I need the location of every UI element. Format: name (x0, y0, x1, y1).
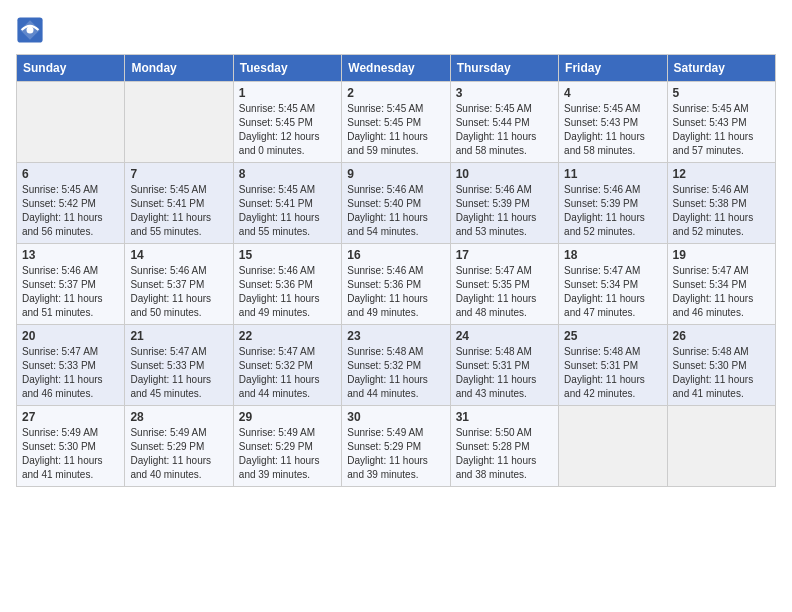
sunset-text: Sunset: 5:31 PM (564, 360, 638, 371)
day-number: 25 (564, 329, 661, 343)
day-number: 22 (239, 329, 336, 343)
calendar-cell: 22 Sunrise: 5:47 AM Sunset: 5:32 PM Dayl… (233, 325, 341, 406)
day-number: 10 (456, 167, 553, 181)
calendar-cell: 31 Sunrise: 5:50 AM Sunset: 5:28 PM Dayl… (450, 406, 558, 487)
sunset-text: Sunset: 5:30 PM (22, 441, 96, 452)
day-number: 30 (347, 410, 444, 424)
day-number: 31 (456, 410, 553, 424)
day-number: 16 (347, 248, 444, 262)
calendar-cell: 27 Sunrise: 5:49 AM Sunset: 5:30 PM Dayl… (17, 406, 125, 487)
daylight-text: Daylight: 11 hours and 49 minutes. (239, 293, 320, 318)
week-row: 20 Sunrise: 5:47 AM Sunset: 5:33 PM Dayl… (17, 325, 776, 406)
sunset-text: Sunset: 5:33 PM (130, 360, 204, 371)
sunset-text: Sunset: 5:36 PM (239, 279, 313, 290)
daylight-text: Daylight: 11 hours and 38 minutes. (456, 455, 537, 480)
daylight-text: Daylight: 11 hours and 46 minutes. (673, 293, 754, 318)
day-detail: Sunrise: 5:46 AM Sunset: 5:38 PM Dayligh… (673, 183, 770, 239)
day-number: 11 (564, 167, 661, 181)
week-row: 27 Sunrise: 5:49 AM Sunset: 5:30 PM Dayl… (17, 406, 776, 487)
day-detail: Sunrise: 5:50 AM Sunset: 5:28 PM Dayligh… (456, 426, 553, 482)
day-number: 7 (130, 167, 227, 181)
calendar-cell: 11 Sunrise: 5:46 AM Sunset: 5:39 PM Dayl… (559, 163, 667, 244)
daylight-text: Daylight: 12 hours and 0 minutes. (239, 131, 320, 156)
daylight-text: Daylight: 11 hours and 53 minutes. (456, 212, 537, 237)
sunset-text: Sunset: 5:37 PM (130, 279, 204, 290)
day-detail: Sunrise: 5:46 AM Sunset: 5:40 PM Dayligh… (347, 183, 444, 239)
sunrise-text: Sunrise: 5:45 AM (239, 103, 315, 114)
sunrise-text: Sunrise: 5:45 AM (347, 103, 423, 114)
daylight-text: Daylight: 11 hours and 39 minutes. (347, 455, 428, 480)
sunset-text: Sunset: 5:45 PM (239, 117, 313, 128)
day-number: 15 (239, 248, 336, 262)
calendar-cell: 3 Sunrise: 5:45 AM Sunset: 5:44 PM Dayli… (450, 82, 558, 163)
calendar-cell (17, 82, 125, 163)
sunset-text: Sunset: 5:39 PM (456, 198, 530, 209)
sunset-text: Sunset: 5:29 PM (347, 441, 421, 452)
day-detail: Sunrise: 5:46 AM Sunset: 5:37 PM Dayligh… (130, 264, 227, 320)
day-detail: Sunrise: 5:46 AM Sunset: 5:36 PM Dayligh… (239, 264, 336, 320)
calendar-cell: 14 Sunrise: 5:46 AM Sunset: 5:37 PM Dayl… (125, 244, 233, 325)
daylight-text: Daylight: 11 hours and 59 minutes. (347, 131, 428, 156)
sunrise-text: Sunrise: 5:47 AM (22, 346, 98, 357)
calendar-cell (667, 406, 775, 487)
day-number: 8 (239, 167, 336, 181)
sunset-text: Sunset: 5:43 PM (673, 117, 747, 128)
week-row: 6 Sunrise: 5:45 AM Sunset: 5:42 PM Dayli… (17, 163, 776, 244)
sunset-text: Sunset: 5:30 PM (673, 360, 747, 371)
daylight-text: Daylight: 11 hours and 39 minutes. (239, 455, 320, 480)
calendar-cell: 10 Sunrise: 5:46 AM Sunset: 5:39 PM Dayl… (450, 163, 558, 244)
sunrise-text: Sunrise: 5:45 AM (22, 184, 98, 195)
daylight-text: Daylight: 11 hours and 58 minutes. (564, 131, 645, 156)
day-number: 2 (347, 86, 444, 100)
calendar-cell: 6 Sunrise: 5:45 AM Sunset: 5:42 PM Dayli… (17, 163, 125, 244)
sunset-text: Sunset: 5:41 PM (239, 198, 313, 209)
daylight-text: Daylight: 11 hours and 43 minutes. (456, 374, 537, 399)
daylight-text: Daylight: 11 hours and 41 minutes. (22, 455, 103, 480)
calendar-cell: 2 Sunrise: 5:45 AM Sunset: 5:45 PM Dayli… (342, 82, 450, 163)
day-number: 3 (456, 86, 553, 100)
day-number: 21 (130, 329, 227, 343)
sunset-text: Sunset: 5:34 PM (564, 279, 638, 290)
sunrise-text: Sunrise: 5:49 AM (347, 427, 423, 438)
daylight-text: Daylight: 11 hours and 44 minutes. (239, 374, 320, 399)
sunset-text: Sunset: 5:38 PM (673, 198, 747, 209)
sunset-text: Sunset: 5:33 PM (22, 360, 96, 371)
sunrise-text: Sunrise: 5:47 AM (456, 265, 532, 276)
sunrise-text: Sunrise: 5:45 AM (456, 103, 532, 114)
sunset-text: Sunset: 5:28 PM (456, 441, 530, 452)
sunrise-text: Sunrise: 5:48 AM (564, 346, 640, 357)
daylight-text: Daylight: 11 hours and 56 minutes. (22, 212, 103, 237)
day-header-friday: Friday (559, 55, 667, 82)
day-detail: Sunrise: 5:45 AM Sunset: 5:44 PM Dayligh… (456, 102, 553, 158)
day-number: 4 (564, 86, 661, 100)
sunrise-text: Sunrise: 5:47 AM (673, 265, 749, 276)
daylight-text: Daylight: 11 hours and 45 minutes. (130, 374, 211, 399)
day-number: 26 (673, 329, 770, 343)
sunrise-text: Sunrise: 5:45 AM (239, 184, 315, 195)
logo-icon (16, 16, 44, 44)
calendar-cell: 4 Sunrise: 5:45 AM Sunset: 5:43 PM Dayli… (559, 82, 667, 163)
calendar-cell: 19 Sunrise: 5:47 AM Sunset: 5:34 PM Dayl… (667, 244, 775, 325)
day-number: 24 (456, 329, 553, 343)
daylight-text: Daylight: 11 hours and 40 minutes. (130, 455, 211, 480)
day-detail: Sunrise: 5:46 AM Sunset: 5:36 PM Dayligh… (347, 264, 444, 320)
sunrise-text: Sunrise: 5:49 AM (130, 427, 206, 438)
daylight-text: Daylight: 11 hours and 42 minutes. (564, 374, 645, 399)
sunrise-text: Sunrise: 5:46 AM (347, 184, 423, 195)
day-detail: Sunrise: 5:47 AM Sunset: 5:33 PM Dayligh… (22, 345, 119, 401)
day-number: 14 (130, 248, 227, 262)
sunset-text: Sunset: 5:29 PM (239, 441, 313, 452)
sunrise-text: Sunrise: 5:45 AM (673, 103, 749, 114)
sunrise-text: Sunrise: 5:47 AM (130, 346, 206, 357)
day-detail: Sunrise: 5:45 AM Sunset: 5:43 PM Dayligh… (564, 102, 661, 158)
calendar-cell: 16 Sunrise: 5:46 AM Sunset: 5:36 PM Dayl… (342, 244, 450, 325)
sunrise-text: Sunrise: 5:48 AM (456, 346, 532, 357)
day-detail: Sunrise: 5:48 AM Sunset: 5:31 PM Dayligh… (564, 345, 661, 401)
day-number: 17 (456, 248, 553, 262)
calendar-cell: 12 Sunrise: 5:46 AM Sunset: 5:38 PM Dayl… (667, 163, 775, 244)
daylight-text: Daylight: 11 hours and 52 minutes. (564, 212, 645, 237)
daylight-text: Daylight: 11 hours and 44 minutes. (347, 374, 428, 399)
sunrise-text: Sunrise: 5:49 AM (22, 427, 98, 438)
daylight-text: Daylight: 11 hours and 49 minutes. (347, 293, 428, 318)
sunset-text: Sunset: 5:29 PM (130, 441, 204, 452)
